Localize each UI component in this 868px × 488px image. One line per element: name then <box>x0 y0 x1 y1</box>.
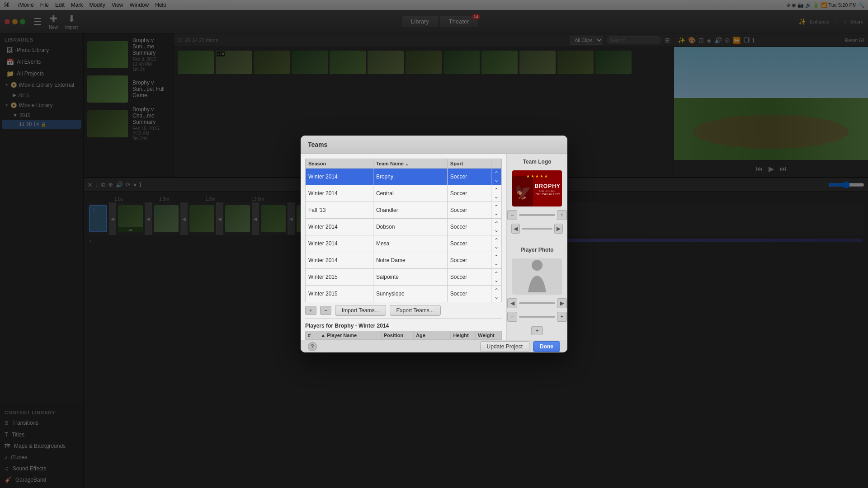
col-position: Position <box>381 331 413 340</box>
logo-prev-button[interactable]: ◀ <box>511 224 520 234</box>
team-logo-title: Team Logo <box>523 159 551 165</box>
star-icon: ★ <box>535 174 539 178</box>
teams-table: Season Team Name ▲ Sport Winter 2014 Bro… <box>305 159 502 302</box>
update-project-button[interactable]: Update Project <box>480 341 529 352</box>
col-num: # <box>306 331 318 340</box>
col-age: Age <box>414 331 451 340</box>
modal-header: Teams <box>301 136 567 154</box>
modal-footer: ? Update Project Done <box>301 340 567 352</box>
col-playername: ▲ Player Name <box>318 331 382 340</box>
team-logo-name: BROPHY <box>533 183 562 189</box>
help-button[interactable]: ? <box>308 342 317 351</box>
col-season: Season <box>306 159 373 169</box>
photo-size-slider[interactable] <box>519 316 555 318</box>
photo-prev-button[interactable]: ◀ <box>507 298 517 308</box>
col-teamname: Team Name ▲ <box>373 159 447 169</box>
photo-zoom-out-button[interactable]: − <box>507 312 517 322</box>
team-row[interactable]: Winter 2014 Central Soccer ⌃⌄ <box>306 185 502 202</box>
team-logo: ★ ★ ★ ★ ★ 🦅 BROPHY COLLEGE PREPARATORY <box>512 170 562 206</box>
team-row[interactable]: Fall '13 Chandler Soccer ⌃⌄ <box>306 202 502 219</box>
import-teams-button[interactable]: Import Teams... <box>335 305 386 316</box>
player-photo-title: Player Photo <box>520 247 553 253</box>
logo-zoom-out-button[interactable]: − <box>507 210 517 220</box>
sort-icon: ▲ <box>321 333 326 338</box>
player-photo <box>512 258 562 295</box>
col-sport: Sport <box>447 159 491 169</box>
players-table: # ▲ Player Name Position Age Height Weig… <box>305 331 502 340</box>
logo-position-slider[interactable] <box>522 228 552 230</box>
col-action <box>491 159 502 169</box>
player-silhouette <box>524 258 551 295</box>
team-logo-subtitle: COLLEGE PREPARATORY <box>533 189 562 196</box>
export-teams-button[interactable]: Export Teams... <box>390 305 441 316</box>
team-row[interactable]: Winter 2014 Notre Dame Soccer ⌃⌄ <box>306 252 502 269</box>
col-height: Height <box>451 331 476 340</box>
done-button[interactable]: Done <box>533 341 560 352</box>
star-icon: ★ <box>544 174 548 178</box>
svg-point-0 <box>532 260 542 271</box>
modal-title: Teams <box>308 141 327 148</box>
remove-team-button[interactable]: − <box>320 306 331 315</box>
photo-next-button[interactable]: ▶ <box>557 298 567 308</box>
team-row[interactable]: Winter 2014 Brophy Soccer ⌃⌄ <box>306 169 502 185</box>
logo-size-slider[interactable] <box>519 214 555 216</box>
star-icon: ★ <box>540 174 543 178</box>
star-icon: ★ <box>526 174 530 178</box>
star-icon: ★ <box>531 174 534 178</box>
add-team-button[interactable]: + <box>305 306 316 315</box>
add-photo-button[interactable]: + <box>531 326 542 335</box>
logo-zoom-in-button[interactable]: + <box>557 210 567 220</box>
col-weight: Weight <box>476 331 502 340</box>
team-row[interactable]: Winter 2014 Dobson Soccer ⌃⌄ <box>306 219 502 235</box>
modal-dialog: Teams Season Team Name ▲ Sport <box>301 136 567 352</box>
team-row[interactable]: Winter 2014 Mesa Soccer ⌃⌄ <box>306 235 502 252</box>
photo-zoom-in-button[interactable]: + <box>557 312 567 322</box>
team-row[interactable]: Winter 2015 Sunnyslope Soccer ⌃⌄ <box>306 286 502 302</box>
eagle-icon: 🦅 <box>514 184 531 200</box>
photo-position-slider[interactable] <box>519 302 555 304</box>
modal-overlay: Teams Season Team Name ▲ Sport <box>0 0 868 488</box>
sort-arrow: ▲ <box>405 162 409 166</box>
players-section-header: Players for Brophy - Winter 2014 <box>305 323 502 329</box>
team-row[interactable]: Winter 2015 Salpointe Soccer ⌃⌄ <box>306 269 502 286</box>
logo-controls: − + <box>507 210 567 220</box>
logo-next-button[interactable]: ▶ <box>554 224 563 234</box>
photo-controls: ◀ ▶ <box>507 298 567 308</box>
